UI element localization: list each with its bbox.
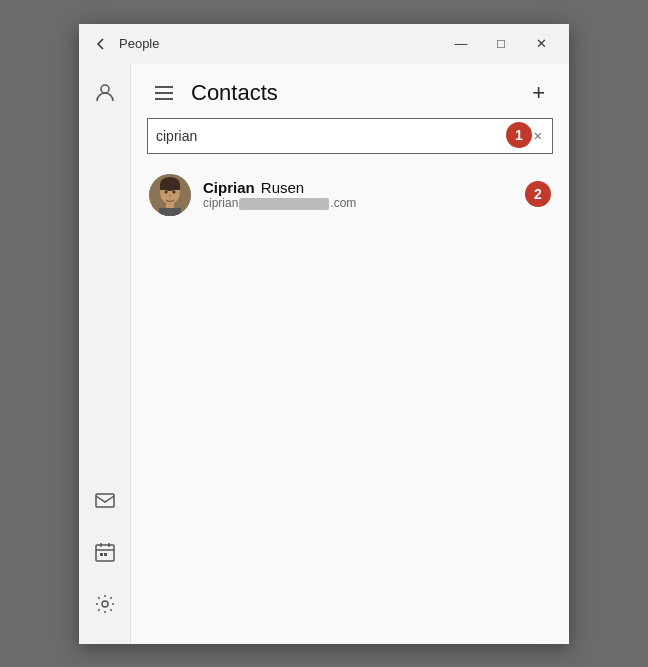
svg-point-10 [165,190,168,193]
svg-rect-14 [159,208,181,216]
contact-item[interactable]: Ciprian Rusen ciprian .com 2 [139,164,561,227]
contact-first-name: Ciprian [203,179,255,196]
contact-badge: 2 [525,181,551,207]
close-button[interactable]: ✕ [521,28,561,60]
add-contact-button[interactable]: + [528,78,549,108]
sidebar-item-calendar[interactable] [81,528,129,576]
contact-email: ciprian .com [203,196,519,210]
content-area: Contacts + 1 × [131,64,569,644]
contact-last-name: Rusen [257,179,305,196]
page-title: Contacts [191,80,278,106]
sidebar-item-mail[interactable] [81,476,129,524]
sidebar-bottom [81,476,129,644]
email-prefix: ciprian [203,196,238,210]
svg-point-0 [101,85,109,93]
svg-rect-3 [100,553,103,556]
search-box: 1 × [147,118,553,154]
search-badge: 1 [506,122,532,148]
search-input[interactable] [156,128,500,144]
avatar [149,174,191,216]
search-container: 1 × [131,118,569,164]
window-title: People [115,36,441,51]
svg-point-5 [102,601,108,607]
email-suffix: .com [330,196,356,210]
hamburger-menu[interactable] [151,82,177,104]
title-bar: People — □ ✕ [79,24,569,64]
contact-list: Ciprian Rusen ciprian .com 2 [131,164,569,644]
search-clear-button[interactable]: × [532,126,544,146]
svg-rect-1 [96,494,114,507]
sidebar-item-contacts[interactable] [81,68,129,116]
svg-rect-9 [160,184,180,190]
svg-point-11 [173,190,176,193]
contact-name: Ciprian Rusen [203,179,519,196]
app-window: People — □ ✕ [79,24,569,644]
minimize-button[interactable]: — [441,28,481,60]
back-button[interactable] [87,30,115,58]
sidebar-item-settings[interactable] [81,580,129,628]
window-controls: — □ ✕ [441,28,561,60]
contact-info: Ciprian Rusen ciprian .com [203,179,519,210]
sidebar [79,64,131,644]
maximize-button[interactable]: □ [481,28,521,60]
svg-point-12 [169,195,172,197]
email-blurred [239,198,329,210]
svg-rect-4 [104,553,107,556]
content-header: Contacts + [131,64,569,118]
main-layout: Contacts + 1 × [79,64,569,644]
